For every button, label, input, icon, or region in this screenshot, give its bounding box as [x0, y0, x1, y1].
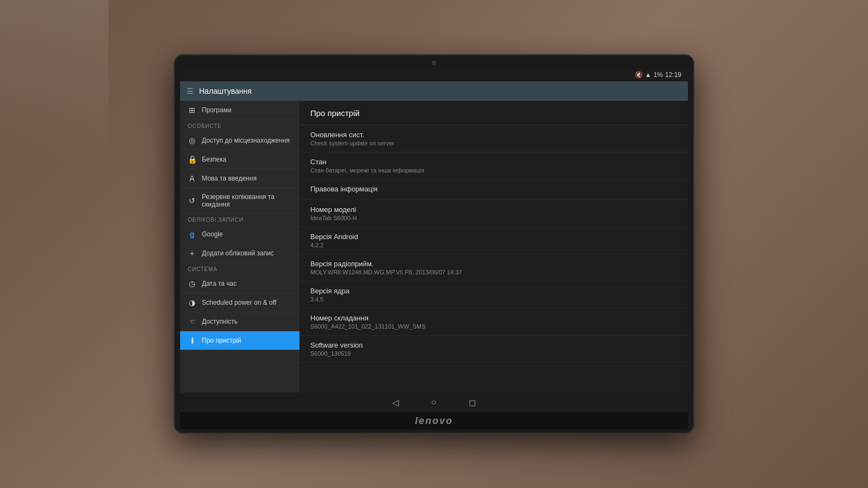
info-android-version[interactable]: Версія Android 4.2.2	[299, 227, 688, 254]
security-icon: 🔒	[188, 155, 196, 164]
sidebar-item-datetime[interactable]: ◷ Дата та час	[180, 274, 299, 293]
info-model-title: Номер моделі	[310, 206, 677, 214]
mute-icon: 🔇	[635, 71, 643, 79]
sidebar: ⊞ Програми ОСОБИСТЕ ◎ Доступ до місцезна…	[180, 101, 299, 393]
main-content: Про пристрій Оновлення сист. Check syste…	[299, 101, 688, 393]
sidebar-item-location[interactable]: ◎ Доступ до місцезнаходження	[180, 131, 299, 150]
info-build-subtitle: S6000_A422_101_022_131101_WW_SMS	[310, 323, 677, 330]
sidebar-item-add-account[interactable]: + Додати обліковий запис	[180, 244, 299, 263]
battery-percent: 1%	[654, 71, 663, 79]
status-bar: 🔇 ▲ 1% 12:19	[180, 68, 688, 81]
clock: 12:19	[665, 71, 681, 79]
language-icon: A	[188, 174, 196, 183]
info-system-update-title: Оновлення сист.	[310, 131, 677, 139]
navigation-bar: ◁ ○ ◻	[180, 393, 688, 412]
sidebar-item-accessibility[interactable]: ☜ Доступність	[180, 312, 299, 331]
status-icons: 🔇 ▲ 1% 12:19	[635, 71, 681, 79]
sidebar-section-system: СИСТЕМА	[180, 263, 299, 274]
accessibility-icon: ☜	[188, 317, 196, 326]
main-content-header: Про пристрій	[299, 101, 688, 125]
schedule-icon: ◑	[188, 298, 196, 307]
info-status[interactable]: Стан Стан батареї, мережі та інша інформ…	[299, 152, 688, 179]
info-model[interactable]: Номер моделі IdeaTab S6000-H	[299, 200, 688, 227]
info-system-update[interactable]: Оновлення сист. Check system update on s…	[299, 125, 688, 152]
info-baseband-subtitle: MOLY.WR8.W1248.MD.WG.MP.V5.P8, 2013/06/0…	[310, 269, 677, 275]
info-legal-title: Правова інформація	[310, 185, 677, 193]
info-status-title: Стан	[310, 158, 677, 166]
sidebar-item-backup[interactable]: ↺ Резервне копіювання та скидання	[180, 188, 299, 214]
brand-logo: lenovo	[415, 415, 453, 427]
sidebar-item-about[interactable]: ℹ Про пристрій	[180, 331, 299, 350]
info-status-subtitle: Стан батареї, мережі та інша інформація	[310, 167, 677, 174]
sidebar-item-datetime-label: Дата та час	[202, 280, 237, 287]
info-kernel-subtitle: 3.4.5	[310, 296, 677, 303]
sidebar-item-backup-label: Резервне копіювання та скидання	[202, 193, 292, 208]
sidebar-section-accounts: ОБЛІКОВІ ЗАПИСИ	[180, 214, 299, 225]
settings-body: ⊞ Програми ОСОБИСТЕ ◎ Доступ до місцезна…	[180, 101, 688, 393]
main-title: Про пристрій	[310, 108, 360, 118]
info-baseband[interactable]: Версія радіоприйм. MOLY.WR8.W1248.MD.WG.…	[299, 254, 688, 281]
tablet-screen: 🔇 ▲ 1% 12:19 ☰ Налаштування	[180, 68, 688, 429]
sidebar-item-accessibility-label: Доступність	[202, 318, 238, 325]
backup-icon: ↺	[188, 196, 196, 205]
back-button[interactable]: ◁	[392, 397, 399, 408]
sidebar-item-add-account-label: Додати обліковий запис	[202, 249, 274, 257]
info-legal[interactable]: Правова інформація	[299, 179, 688, 200]
info-model-subtitle: IdeaTab S6000-H	[310, 215, 677, 221]
sidebar-item-location-label: Доступ до місцезнаходження	[202, 137, 290, 144]
sidebar-item-schedule-label: Scheduled power on & off	[202, 299, 276, 306]
location-icon: ◎	[188, 136, 196, 145]
tablet-device: 🔇 ▲ 1% 12:19 ☰ Налаштування	[174, 54, 694, 434]
sidebar-item-google-label: Google	[202, 230, 223, 238]
info-software-subtitle: S6000_130519	[310, 350, 677, 357]
sidebar-item-security-label: Безпека	[202, 156, 226, 163]
wifi-icon: ▲	[645, 71, 652, 79]
info-baseband-title: Версія радіоприйм.	[310, 260, 677, 268]
desktop-background: 🔇 ▲ 1% 12:19 ☰ Налаштування	[0, 0, 868, 488]
sidebar-item-about-label: Про пристрій	[202, 337, 241, 344]
camera	[432, 61, 436, 65]
sidebar-item-apps-label: Програми	[202, 106, 232, 114]
apps-icon: ⊞	[188, 106, 196, 114]
recents-button[interactable]: ◻	[469, 397, 476, 408]
sidebar-item-language[interactable]: A Мова та введення	[180, 169, 299, 188]
info-android-version-title: Версія Android	[310, 233, 677, 241]
sidebar-item-apps[interactable]: ⊞ Програми	[180, 101, 299, 120]
home-button[interactable]: ○	[431, 397, 437, 407]
brand-bar: lenovo	[180, 412, 688, 429]
datetime-icon: ◷	[188, 279, 196, 288]
info-kernel-title: Версія ядра	[310, 287, 677, 295]
sidebar-item-security[interactable]: 🔒 Безпека	[180, 150, 299, 169]
about-icon: ℹ	[188, 336, 196, 345]
settings-title: Налаштування	[199, 87, 252, 95]
google-icon: g	[188, 230, 196, 239]
sidebar-item-language-label: Мова та введення	[202, 175, 257, 182]
sidebar-section-personal: ОСОБИСТЕ	[180, 120, 299, 131]
info-kernel[interactable]: Версія ядра 3.4.5	[299, 281, 688, 309]
info-software-title: Software version	[310, 341, 677, 349]
info-software[interactable]: Software version S6000_130519	[299, 336, 688, 363]
settings-header: ☰ Налаштування	[180, 81, 688, 101]
sidebar-item-schedule[interactable]: ◑ Scheduled power on & off	[180, 293, 299, 312]
info-android-version-subtitle: 4.2.2	[310, 242, 677, 248]
info-build[interactable]: Номер складання S6000_A422_101_022_13110…	[299, 309, 688, 336]
add-account-icon: +	[188, 249, 196, 258]
info-build-title: Номер складання	[310, 314, 677, 322]
settings-app: ☰ Налаштування ⊞ Програми ОСОБИСТЕ	[180, 81, 688, 393]
sidebar-item-google[interactable]: g Google	[180, 225, 299, 244]
menu-icon: ☰	[187, 87, 194, 95]
info-system-update-subtitle: Check system update on server	[310, 140, 677, 146]
